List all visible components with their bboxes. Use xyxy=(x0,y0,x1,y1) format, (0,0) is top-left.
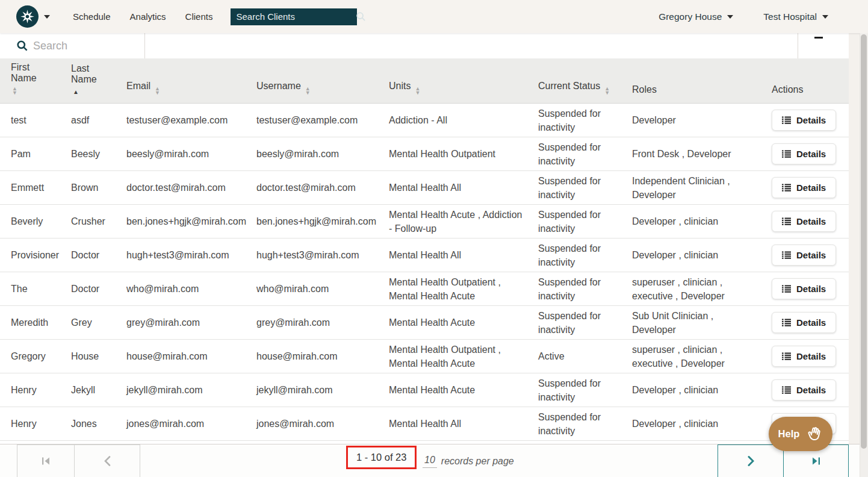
app-logo-menu[interactable] xyxy=(16,5,50,28)
cell-current-status: Suspended for inactivity xyxy=(538,142,601,166)
column-header-roles: Roles xyxy=(621,58,761,104)
menu-icon-partial[interactable] xyxy=(814,37,823,39)
details-button[interactable]: Details xyxy=(772,177,836,198)
cell-username: ben.jones+hgjk@mirah.com xyxy=(256,216,376,226)
help-button[interactable]: Help xyxy=(769,417,832,451)
table-row: Meredith Grey grey@mirah.com grey@mirah.… xyxy=(0,306,849,340)
cell-email: who@mirah.com xyxy=(126,284,199,294)
cell-email: ben.jones+hgjk@mirah.com xyxy=(126,216,246,226)
list-icon xyxy=(782,285,791,293)
toolbar-divider xyxy=(798,33,798,58)
cell-current-status: Suspended for inactivity xyxy=(538,210,601,234)
records-per-page-value[interactable]: 10 xyxy=(423,455,437,468)
record-range-label: 1 - 10 of 23 xyxy=(356,452,406,463)
nav-item-analytics[interactable]: Analytics xyxy=(120,0,176,33)
column-header-email[interactable]: Email▲▼ xyxy=(116,58,246,104)
previous-page-button[interactable] xyxy=(74,444,140,477)
search-icon[interactable] xyxy=(356,11,366,22)
table-row: Henry Jones jones@mirah.com jones@mirah.… xyxy=(0,407,849,441)
table-row: Provisioner Doctor hugh+test3@mirah.com … xyxy=(0,238,849,272)
details-button[interactable]: Details xyxy=(772,278,836,299)
column-header-username[interactable]: Username▲▼ xyxy=(246,58,378,104)
previous-page-icon xyxy=(104,456,111,466)
column-label: Units xyxy=(389,81,411,91)
column-header-last-name[interactable]: Last Name▲ xyxy=(60,58,116,104)
column-label: First Name xyxy=(11,62,37,83)
scrollbar-thumb[interactable] xyxy=(861,34,867,449)
details-button[interactable]: Details xyxy=(772,211,836,232)
navbar-right: Gregory House Test Hospital xyxy=(659,11,828,22)
column-label: Username xyxy=(256,81,301,91)
nav-item-schedule[interactable]: Schedule xyxy=(63,0,120,33)
cell-email: doctor.test@mirah.com xyxy=(126,182,226,193)
cell-roles: Developer , clinician xyxy=(632,419,718,429)
details-button-label: Details xyxy=(796,351,826,361)
list-icon xyxy=(782,319,791,326)
cell-username: testuser@example.com xyxy=(256,115,358,125)
details-button-label: Details xyxy=(796,284,826,294)
search-icon xyxy=(16,40,28,52)
last-page-icon xyxy=(811,457,820,466)
cell-first-name: Emmett xyxy=(11,182,44,193)
cell-units: Mental Health Acute xyxy=(389,317,475,328)
chevron-down-icon xyxy=(727,15,733,19)
table-search-input[interactable] xyxy=(33,40,135,52)
column-label: Actions xyxy=(772,84,803,95)
user-menu[interactable]: Gregory House xyxy=(659,11,733,22)
cell-current-status: Suspended for inactivity xyxy=(538,108,601,132)
cell-units: Mental Health Outpatient , Mental Health… xyxy=(389,344,501,369)
main-menu: Schedule Analytics Clients xyxy=(63,0,222,33)
cell-first-name: Henry xyxy=(11,385,37,395)
cell-email: house@mirah.com xyxy=(126,351,208,361)
organization-menu[interactable]: Test Hospital xyxy=(763,11,828,22)
user-menu-label: Gregory House xyxy=(659,11,722,22)
cell-roles: Developer , clinician xyxy=(632,216,718,226)
details-button[interactable]: Details xyxy=(772,379,836,401)
cell-units: Mental Health Acute , Addiction - Follow… xyxy=(389,210,522,234)
next-page-icon xyxy=(748,456,754,466)
details-button[interactable]: Details xyxy=(772,143,836,164)
cell-current-status: Suspended for inactivity xyxy=(538,277,601,301)
next-page-button[interactable] xyxy=(718,444,784,477)
table-row: Beverly Crusher ben.jones+hgjk@mirah.com… xyxy=(0,205,849,238)
cell-email: jones@mirah.com xyxy=(126,419,204,429)
cell-roles: superuser , clinician , executive , Deve… xyxy=(632,277,725,301)
column-header-current-status[interactable]: Current Status▲▼ xyxy=(527,58,621,104)
column-label: Last Name xyxy=(71,63,97,84)
records-per-page: 10 records per page xyxy=(423,444,514,477)
details-button[interactable]: Details xyxy=(772,110,836,131)
list-icon xyxy=(782,352,791,360)
cell-units: Addiction - All xyxy=(389,115,447,125)
cell-units: Mental Health Outpatient , Mental Health… xyxy=(389,277,501,301)
table-row: Gregory House house@mirah.com house@mira… xyxy=(0,340,849,373)
cell-email: grey@mirah.com xyxy=(126,317,200,328)
details-button[interactable]: Details xyxy=(772,346,836,367)
details-button[interactable]: Details xyxy=(772,312,836,333)
cell-units: Mental Health All xyxy=(389,419,461,429)
client-search-input[interactable] xyxy=(236,11,356,22)
column-label: Email xyxy=(126,81,150,91)
records-per-page-suffix: records per page xyxy=(441,456,514,467)
column-header-first-name[interactable]: First Name▲▼ xyxy=(0,58,60,104)
cell-current-status: Suspended for inactivity xyxy=(538,412,601,436)
details-button-label: Details xyxy=(796,182,826,193)
details-button-label: Details xyxy=(796,149,826,159)
vertical-scrollbar[interactable] xyxy=(860,33,868,477)
sort-arrows-icon: ▲▼ xyxy=(12,87,58,95)
table-row: Pam Beesly beesly@mirah.com beesly@mirah… xyxy=(0,137,849,171)
cell-last-name: Beesly xyxy=(71,149,100,159)
cell-email: jekyll@mirah.com xyxy=(126,385,202,395)
cell-last-name: Grey xyxy=(71,317,92,328)
nav-item-clients[interactable]: Clients xyxy=(176,0,223,33)
column-label: Roles xyxy=(632,84,657,95)
cell-current-status: Suspended for inactivity xyxy=(538,378,601,402)
column-header-units[interactable]: Units▲▼ xyxy=(378,58,527,104)
details-button[interactable]: Details xyxy=(772,245,836,266)
details-button-label: Details xyxy=(796,216,826,226)
first-page-button[interactable] xyxy=(17,444,75,477)
record-range-annotation: 1 - 10 of 23 xyxy=(346,446,417,469)
table-row: Emmett Brown doctor.test@mirah.com docto… xyxy=(0,171,849,205)
client-search-box xyxy=(231,8,357,25)
cell-username: jones@mirah.com xyxy=(256,419,334,429)
cell-roles: Developer xyxy=(632,115,676,125)
